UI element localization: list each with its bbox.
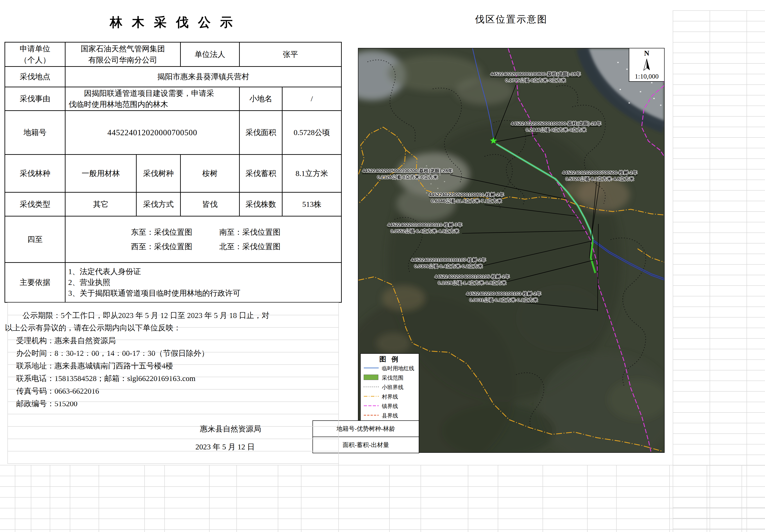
boundaries-value-cell: 东至：采伐位置图 南至：采伐位置图 西至：采伐位置图 北至：采伐位置图 <box>65 216 342 263</box>
gridline <box>7 364 339 365</box>
plot-label-metrics: 0.0031公顷-0.1立方米-0.1立方米 <box>466 297 541 303</box>
gridline <box>673 32 765 32</box>
gridline <box>673 63 765 64</box>
gridline <box>669 465 670 532</box>
applicant-value-cell: 国家石油天然气管网集团 有限公司华南分公司 <box>65 42 181 67</box>
gridline <box>389 465 390 532</box>
gridline <box>673 201 765 201</box>
legend-symbol-area <box>363 374 382 382</box>
cut-method-value-cell: 皆伐 <box>180 192 240 217</box>
gridline <box>673 222 765 222</box>
gridline <box>0 529 765 530</box>
gridline <box>70 465 70 532</box>
gridline <box>673 10 673 532</box>
gridline <box>7 439 339 439</box>
north-arrow-box: N 1:10,000 <box>629 48 665 82</box>
gridline <box>673 10 765 11</box>
reason-text: 因揭阳联通管道项目建设需要，申请采 伐临时使用林地范围内的林木 <box>66 88 217 110</box>
gridline <box>673 359 765 360</box>
gridline <box>673 53 765 53</box>
volume-value-cell: 8.1立方米 <box>282 154 342 193</box>
volume-label-cell: 采伐蓄积 <box>239 154 283 193</box>
forest-type-label-cell: 采伐林种 <box>5 154 66 193</box>
cadastral-label-cell: 地籍号 <box>5 110 66 155</box>
plot-label-metrics: 0.0552公顷-6.4立方米-4.9立方米 <box>387 228 462 234</box>
location-value-cell: 揭阳市惠来县葵潭镇兵营村 <box>65 66 342 87</box>
map-scale: 1:10,000 <box>635 73 659 80</box>
gridline <box>673 180 765 180</box>
basis-item: 1、法定代表人身份证 <box>68 266 241 277</box>
gridline <box>0 497 765 498</box>
basis-label-cell: 主要依据 <box>5 262 66 303</box>
gridline <box>673 233 765 233</box>
gridline <box>707 465 707 532</box>
gridline <box>673 169 765 170</box>
legend-footer: 地籍号-优势树种-林龄 面积-蓄积-出材量 <box>313 420 419 453</box>
gridline <box>673 106 765 106</box>
legend-label: 镇界线 <box>382 403 398 410</box>
legal-rep-label-cell: 单位法人 <box>180 42 240 67</box>
gridline <box>209 465 210 532</box>
place-name-value-cell: / <box>282 87 342 111</box>
gridline <box>339 465 339 532</box>
north-label: N <box>644 49 649 57</box>
plot-label: 445224022004000100105-桉树-2年0.1029公顷-1.4立… <box>434 273 510 286</box>
gridline <box>0 518 765 519</box>
gridline <box>236 465 237 532</box>
location-label-cell: 采伐地点 <box>5 66 66 87</box>
gridline <box>673 264 765 265</box>
gridline <box>673 95 765 95</box>
area-value-cell: 0.5728公顷 <box>282 110 342 155</box>
plot-label: 445224022004000100103-桉树-2年0.0031公顷-0.1立… <box>466 290 541 303</box>
gridline <box>673 254 765 254</box>
gridline <box>144 465 145 532</box>
legend-items: 临时用地红线采伐范围小班界线村界线镇界线县界线 <box>361 364 419 420</box>
reason-value-cell: 因揭阳联通管道项目建设需要，申请采 伐临时使用林地范围内的林木 <box>65 87 240 111</box>
boundary-west: 西至：采伐位置图 <box>131 241 192 252</box>
gridline <box>673 433 765 434</box>
applicant-label-cell: 申请单位 （个人） <box>5 42 66 67</box>
legend-symbol-line <box>363 383 382 391</box>
period-line1: 公示期限：5个工作日，即从2023 年 5 月 12 日至 2023 年 5 月… <box>23 309 270 321</box>
plot-label-metrics: 0.5728公顷-8.1立方米-4.8立方米 <box>562 176 637 182</box>
page: 林 木 采 伐 公 示 申请单位 （个人） 国家石油天然气管网集团 有限公司华南… <box>0 0 765 532</box>
gridline <box>673 317 765 317</box>
map-title: 伐区位置示意图 <box>358 13 665 26</box>
plot-label: 445224022010000100110-桉树-7年0.0552公顷-6.4立… <box>387 222 462 234</box>
gridline <box>673 338 765 339</box>
gridline <box>673 328 765 328</box>
plot-label-id: 445224022005000100700-荔枝(龙眼)-28年 <box>362 168 453 174</box>
legend-label: 采伐范围 <box>382 374 403 381</box>
legend-item: 小班界线 <box>361 382 419 392</box>
contact-line: 传真号码：0663-6622016 <box>16 385 209 397</box>
gridline <box>673 380 765 381</box>
legend-label: 县界线 <box>382 412 398 419</box>
gridline <box>278 465 278 532</box>
legend-label: 村界线 <box>382 393 398 400</box>
gridline <box>673 159 765 159</box>
legend-footer-line1: 地籍号-优势树种-林龄 <box>313 421 419 437</box>
gridline <box>468 465 468 532</box>
basis-list: 1、法定代表人身份证2、营业执照3、关于揭阳联通管道项目临时使用林地的行政许可 <box>68 266 241 298</box>
legend-item: 村界线 <box>361 392 419 401</box>
gridline <box>673 84 765 85</box>
contact-line: 邮政编号：515200 <box>16 397 209 410</box>
legend-label: 小班界线 <box>382 384 403 391</box>
legend-item: 县界线 <box>361 411 419 420</box>
contact-line: 办公时间：8：30-12：00，14：00-17：30（节假日除外） <box>16 347 209 360</box>
plot-label: 445224022005000100600-荔枝(龙眼)-28年0.2946公顷… <box>511 120 601 133</box>
gridline <box>301 465 302 532</box>
gridline <box>673 444 765 444</box>
plot-label: 445224012020000700500-桉树-2年0.5728公顷-8.1立… <box>562 170 637 182</box>
gridline <box>673 275 765 275</box>
notice-title: 林 木 采 伐 公 示 <box>5 14 341 31</box>
gridline <box>673 116 765 117</box>
gridline <box>7 451 339 451</box>
boundary-south: 南至：采伐位置图 <box>219 227 281 238</box>
cut-method-label-cell: 采伐方式 <box>136 192 181 217</box>
gridline <box>673 349 765 349</box>
tree-count-value-cell: 513株 <box>282 192 342 217</box>
gridline <box>542 465 543 532</box>
gridline <box>420 465 421 532</box>
cut-type-value-cell: 其它 <box>65 192 137 217</box>
